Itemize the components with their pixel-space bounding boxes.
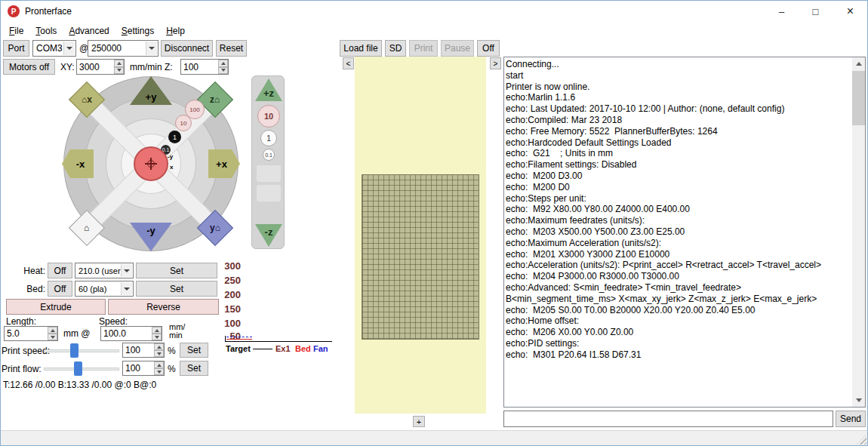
- graph-y-tick: 100: [221, 318, 241, 329]
- spin-up-button[interactable]: [154, 361, 164, 368]
- heat-label: Heat:: [20, 263, 45, 278]
- print-flow-label: Print flow:: [2, 363, 42, 375]
- bed-temp-select[interactable]: 60 (pla): [75, 281, 134, 297]
- spin-up-button[interactable]: [154, 343, 164, 350]
- maximize-button[interactable]: □: [799, 0, 833, 23]
- port-button[interactable]: Port: [3, 40, 29, 57]
- log-output[interactable]: Connecting... start Printer is now onlin…: [506, 59, 850, 405]
- menu-settings[interactable]: Settings: [115, 23, 160, 38]
- spin-down-button[interactable]: [154, 368, 164, 375]
- build-plate[interactable]: [362, 174, 479, 340]
- slider-thumb[interactable]: [70, 343, 78, 358]
- spin-up-button[interactable]: [152, 327, 162, 334]
- heat-off-button[interactable]: Off: [48, 263, 72, 278]
- command-input[interactable]: [503, 411, 833, 427]
- send-button[interactable]: Send: [836, 411, 866, 427]
- resize-grip-icon[interactable]: [857, 435, 866, 444]
- title-bar[interactable]: P Pronterface – □ ×: [0, 0, 868, 23]
- scroll-thumb[interactable]: [852, 71, 865, 125]
- reverse-button[interactable]: Reverse: [108, 299, 219, 315]
- home-z-label: z⌂: [210, 94, 220, 105]
- minimize-button[interactable]: –: [765, 0, 799, 23]
- extrude-speed-spinner[interactable]: [100, 326, 162, 341]
- print-speed-spinner[interactable]: [122, 343, 165, 358]
- spin-down-button[interactable]: [154, 350, 164, 357]
- graph-y-tick: 250: [221, 275, 241, 286]
- spin-down-button[interactable]: [152, 334, 162, 340]
- print-speed-input[interactable]: [124, 344, 153, 356]
- heat-set-button[interactable]: Set: [136, 263, 217, 278]
- xy-feed-label: XY:: [60, 59, 75, 75]
- spin-up-button[interactable]: [48, 327, 57, 334]
- z-step-10[interactable]: 10: [257, 105, 280, 128]
- print-flow-set-button[interactable]: Set: [180, 361, 208, 376]
- disconnect-button[interactable]: Disconnect: [161, 40, 213, 57]
- print-flow-input[interactable]: [124, 362, 153, 374]
- heat-temp-value: 210.0 (user): [78, 266, 123, 275]
- temp-graph: 300 250 200 150 100 50 Target Ex1 Bed Fa…: [221, 259, 337, 355]
- menu-bar: File Tools Advanced Settings Help: [0, 23, 868, 39]
- jog-step-10[interactable]: 10: [175, 115, 192, 131]
- scroll-up-button[interactable]: [852, 57, 865, 70]
- z-step-1[interactable]: 1: [260, 130, 277, 146]
- graph-trace-fan: [226, 337, 252, 337]
- bed-off-button[interactable]: Off: [48, 281, 72, 297]
- menu-advanced[interactable]: Advanced: [63, 23, 115, 38]
- bed-set-button[interactable]: Set: [136, 281, 217, 297]
- z-step-01[interactable]: 0.1: [263, 149, 275, 161]
- reset-button[interactable]: Reset: [216, 40, 247, 57]
- jog-plus-x-label: +x: [216, 158, 227, 170]
- length-spinner[interactable]: [4, 326, 58, 341]
- baud-select[interactable]: 250000: [88, 40, 159, 57]
- mm-at-label: mm @: [63, 326, 91, 341]
- chevron-down-icon: [121, 282, 132, 295]
- extrude-speed-input[interactable]: [102, 328, 151, 340]
- spin-up-button[interactable]: [218, 60, 228, 67]
- sd-button[interactable]: SD: [385, 40, 406, 57]
- jog-step-1[interactable]: 1: [168, 131, 181, 143]
- load-file-button[interactable]: Load file: [340, 40, 382, 57]
- log-scrollbar[interactable]: [852, 57, 865, 407]
- z-feed-input[interactable]: [182, 60, 217, 73]
- print-flow-slider[interactable]: [44, 361, 119, 376]
- menu-help[interactable]: Help: [160, 23, 191, 38]
- next-view-button[interactable]: >: [490, 57, 501, 69]
- z-band[interactable]: [257, 185, 281, 201]
- z-minus-button[interactable]: -z: [255, 224, 282, 247]
- z-feed-label: mm/min Z:: [130, 59, 173, 75]
- z-band[interactable]: [257, 165, 281, 182]
- chevron-down-icon: [121, 264, 132, 277]
- extrude-button[interactable]: Extrude: [6, 299, 106, 315]
- print-flow-spinner[interactable]: [122, 361, 165, 376]
- viewer-canvas[interactable]: [355, 57, 486, 414]
- spin-up-button[interactable]: [114, 60, 124, 67]
- print-speed-set-button[interactable]: Set: [180, 343, 208, 358]
- spin-down-button[interactable]: [48, 334, 57, 340]
- slider-thumb[interactable]: [74, 361, 82, 376]
- xy-feed-spinner[interactable]: [76, 59, 125, 75]
- scroll-down-button[interactable]: [852, 394, 865, 407]
- heat-temp-select[interactable]: 210.0 (user): [75, 263, 134, 278]
- motors-off-button[interactable]: Motors off: [3, 59, 55, 75]
- spin-down-button[interactable]: [114, 67, 124, 75]
- z-plus-button[interactable]: +z: [255, 78, 282, 101]
- xy-feed-input[interactable]: [78, 60, 113, 73]
- jog-pad[interactable]: ⌂x z⌂ ⌂ y⌂ +y -y -x +x 100 10 1 0.1 -y x: [62, 75, 240, 253]
- z-tower[interactable]: +z 10 1 0.1 -z: [251, 75, 285, 249]
- port-select[interactable]: COM3: [32, 40, 76, 57]
- spin-down-button[interactable]: [218, 67, 228, 75]
- z-feed-spinner[interactable]: [180, 59, 229, 75]
- add-view-button[interactable]: +: [413, 416, 425, 427]
- print-speed-slider[interactable]: [44, 343, 119, 358]
- menu-tools[interactable]: Tools: [29, 23, 63, 38]
- close-button[interactable]: ×: [833, 0, 868, 23]
- z-step-10-label: 10: [264, 112, 273, 121]
- off-button[interactable]: Off: [477, 40, 500, 57]
- legend-fan: Fan: [313, 344, 328, 353]
- menu-file[interactable]: File: [3, 23, 29, 38]
- jog-step-10-label: 10: [180, 120, 187, 127]
- jog-center[interactable]: [134, 146, 168, 181]
- z-minus-label: -z: [265, 226, 273, 238]
- prev-view-button[interactable]: <: [343, 57, 354, 69]
- length-input[interactable]: [5, 328, 47, 340]
